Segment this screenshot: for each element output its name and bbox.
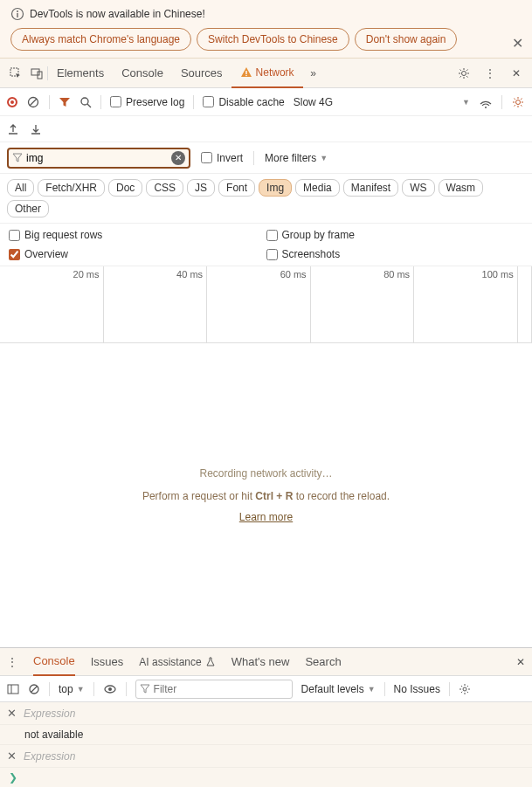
funnel-icon xyxy=(12,153,23,163)
search-icon[interactable] xyxy=(79,96,92,108)
log-levels-select[interactable]: Default levels ▼ xyxy=(301,683,376,695)
chevron-down-icon[interactable]: ▼ xyxy=(462,98,470,107)
chip-media[interactable]: Media xyxy=(295,179,340,197)
kebab-icon[interactable]: ⋮ xyxy=(481,65,499,82)
svg-point-8 xyxy=(462,71,466,75)
close-drawer-icon[interactable]: ✕ xyxy=(516,656,525,668)
expression-result: not available xyxy=(0,725,532,745)
recording-text: Recording network activity… xyxy=(199,467,332,480)
info-icon xyxy=(10,7,24,21)
switch-chinese-button[interactable]: Switch DevTools to Chinese xyxy=(197,28,349,51)
drawer-tab-search[interactable]: Search xyxy=(305,648,341,676)
clear-console-icon[interactable] xyxy=(28,683,40,695)
chip-doc[interactable]: Doc xyxy=(108,179,142,197)
svg-point-13 xyxy=(485,107,487,108)
issues-count[interactable]: No Issues xyxy=(394,683,440,695)
timeline-tick: 80 ms xyxy=(311,266,415,342)
svg-line-12 xyxy=(87,104,91,107)
big-rows-checkbox[interactable]: Big request rows xyxy=(9,229,266,241)
overview-checkbox[interactable]: Overview xyxy=(9,248,266,260)
chip-ws[interactable]: WS xyxy=(402,179,434,197)
drawer-tabs: ⋮ Console Issues AI assistance What's ne… xyxy=(0,648,532,676)
remove-expression-icon[interactable]: ✕ xyxy=(7,749,17,763)
clear-icon[interactable] xyxy=(26,95,40,109)
drawer-tab-issues[interactable]: Issues xyxy=(91,648,124,676)
network-settings-icon[interactable] xyxy=(511,95,525,109)
chip-css[interactable]: CSS xyxy=(146,179,183,197)
chip-js[interactable]: JS xyxy=(187,179,215,197)
sidebar-toggle-icon[interactable] xyxy=(7,683,19,695)
close-icon[interactable]: ✕ xyxy=(512,35,523,52)
timeline-overview[interactable]: 20 ms40 ms60 ms80 ms100 ms xyxy=(0,266,532,343)
gear-icon[interactable] xyxy=(455,65,473,82)
svg-point-7 xyxy=(245,74,247,76)
console-filter-input[interactable] xyxy=(150,683,288,695)
expression-placeholder[interactable]: Expression xyxy=(24,708,75,720)
inspect-icon[interactable] xyxy=(7,65,24,82)
svg-line-18 xyxy=(31,686,38,692)
language-banner: DevTools is now available in Chinese! Al… xyxy=(0,0,532,59)
timeline-tick: 20 ms xyxy=(0,266,104,342)
import-icon[interactable] xyxy=(30,123,42,135)
preserve-log-checkbox[interactable]: Preserve log xyxy=(110,96,184,108)
svg-line-10 xyxy=(30,99,37,106)
remove-expression-icon[interactable]: ✕ xyxy=(7,707,17,720)
timeline-tick: 60 ms xyxy=(207,266,311,342)
svg-point-11 xyxy=(81,98,88,105)
close-devtools-icon[interactable]: ✕ xyxy=(508,65,525,82)
device-icon[interactable] xyxy=(28,65,45,82)
svg-rect-6 xyxy=(245,71,246,74)
network-conditions-icon[interactable] xyxy=(479,95,493,109)
drawer-kebab-icon[interactable]: ⋮ xyxy=(7,656,17,668)
timeline-tick: 100 ms xyxy=(414,266,518,342)
drawer-tab-whatsnew[interactable]: What's new xyxy=(231,648,290,676)
more-filters-dropdown[interactable]: More filters ▼ xyxy=(265,152,328,164)
screenshots-checkbox[interactable]: Screenshots xyxy=(266,248,524,260)
group-frame-checkbox[interactable]: Group by frame xyxy=(266,229,524,241)
clear-filter-icon[interactable]: ✕ xyxy=(171,151,185,165)
filter-input[interactable] xyxy=(23,152,171,164)
live-expression-icon[interactable] xyxy=(103,682,117,696)
export-icon[interactable] xyxy=(7,123,19,135)
drawer-tab-console[interactable]: Console xyxy=(33,648,75,676)
hint-text: Perform a request or hit Ctrl + R to rec… xyxy=(142,488,390,502)
chip-font[interactable]: Font xyxy=(218,179,255,197)
tab-console[interactable]: Console xyxy=(113,59,172,88)
match-language-button[interactable]: Always match Chrome's language xyxy=(10,28,191,51)
record-button[interactable] xyxy=(7,97,17,107)
svg-point-14 xyxy=(516,100,521,104)
dont-show-button[interactable]: Don't show again xyxy=(355,28,458,51)
svg-rect-2 xyxy=(17,13,17,17)
invert-checkbox[interactable]: Invert xyxy=(201,152,243,164)
expression-placeholder[interactable]: Expression xyxy=(24,750,75,763)
warning-icon xyxy=(240,66,252,79)
chip-manifest[interactable]: Manifest xyxy=(343,179,398,197)
chip-other[interactable]: Other xyxy=(7,200,49,217)
resource-type-chips: AllFetch/XHRDocCSSJSFontImgMediaManifest… xyxy=(0,174,532,224)
context-select[interactable]: top ▼ xyxy=(59,683,85,695)
console-settings-icon[interactable] xyxy=(459,683,471,695)
chip-wasm[interactable]: Wasm xyxy=(439,179,484,197)
learn-more-link[interactable]: Learn more xyxy=(239,511,293,523)
tab-sources[interactable]: Sources xyxy=(172,59,231,88)
timeline-tick: 40 ms xyxy=(104,266,208,342)
live-expression-2: ✕ Expression xyxy=(0,745,532,768)
filter-toggle-icon[interactable] xyxy=(59,96,71,108)
console-prompt[interactable]: ❯ xyxy=(0,768,532,787)
chip-img[interactable]: Img xyxy=(259,179,292,197)
svg-point-1 xyxy=(17,10,18,12)
filter-input-wrapper: ✕ xyxy=(7,148,190,169)
tab-elements[interactable]: Elements xyxy=(48,59,113,88)
banner-buttons: Always match Chrome's language Switch De… xyxy=(10,28,522,51)
throttle-select[interactable]: Slow 4G xyxy=(294,96,333,108)
banner-title-text: DevTools is now available in Chinese! xyxy=(30,8,205,20)
options-row: Big request rows Overview Group by frame… xyxy=(0,224,532,266)
console-filter-wrapper xyxy=(135,680,293,699)
tab-network[interactable]: Network xyxy=(231,59,303,88)
drawer: ⋮ Console Issues AI assistance What's ne… xyxy=(0,647,532,787)
chip-fetch-xhr[interactable]: Fetch/XHR xyxy=(38,179,105,197)
more-tabs-icon[interactable]: » xyxy=(305,65,322,82)
chip-all[interactable]: All xyxy=(7,179,34,197)
drawer-tab-ai[interactable]: AI assistance xyxy=(139,648,215,676)
disable-cache-checkbox[interactable]: Disable cache xyxy=(203,96,284,108)
